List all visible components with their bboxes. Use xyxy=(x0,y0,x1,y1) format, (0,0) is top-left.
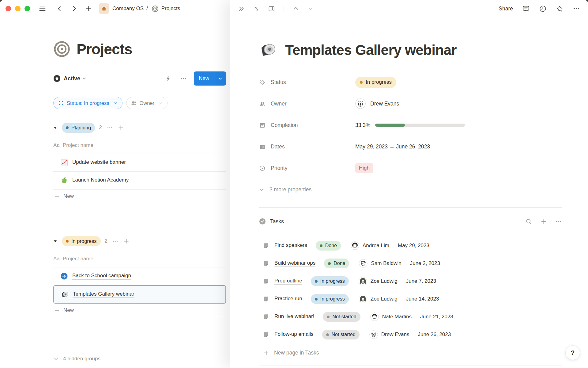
project-page-link[interactable]: Launch Notion Academy xyxy=(72,177,129,184)
bullseye-icon[interactable] xyxy=(53,40,70,58)
filter-chip-owner[interactable]: Owner xyxy=(126,97,168,109)
task-person[interactable]: Andrea Lim xyxy=(351,241,389,250)
task-person[interactable]: Zoe Ludwig xyxy=(359,277,398,286)
tasks-heading[interactable]: Tasks xyxy=(270,218,284,225)
side-peek-mode-icon[interactable] xyxy=(268,5,275,12)
table-row-selected[interactable]: Templates Gallery webinar xyxy=(53,285,226,304)
task-date[interactable]: May 29, 2023 xyxy=(398,243,429,249)
task-row[interactable]: Prep outlineIn progressZoe LudwigJune 7,… xyxy=(259,272,562,290)
filter-chip-owner-label[interactable]: Owner xyxy=(140,100,155,106)
group-add-plus-icon[interactable] xyxy=(118,125,124,131)
new-button-label[interactable]: New xyxy=(194,75,214,82)
table-header[interactable]: Aa Project name xyxy=(53,253,226,267)
group-add-plus-icon[interactable] xyxy=(123,238,130,244)
group-collapse-triangle-icon[interactable] xyxy=(53,239,57,243)
new-button-dropdown[interactable] xyxy=(214,76,226,81)
speaker-icon[interactable] xyxy=(259,41,277,59)
page-title[interactable]: Projects xyxy=(77,41,132,58)
task-date[interactable]: June 2, 2023 xyxy=(410,260,440,266)
task-status-tag[interactable]: In progress xyxy=(311,276,349,286)
task-row[interactable]: Find speakersDoneAndrea LimMay 29, 2023 xyxy=(259,237,562,255)
group-collapse-triangle-icon[interactable] xyxy=(53,126,57,130)
breadcrumb-workspace[interactable]: Company OS xyxy=(112,6,144,12)
priority-value-tag[interactable]: High xyxy=(355,163,373,173)
search-icon[interactable] xyxy=(525,218,532,225)
new-tab-button[interactable] xyxy=(85,5,92,12)
more-options-dots-icon[interactable] xyxy=(573,5,580,12)
task-person[interactable]: Drew Evans xyxy=(369,330,409,339)
owner-value[interactable]: Drew Evans xyxy=(355,98,399,109)
task-status-tag[interactable]: In progress xyxy=(311,294,349,304)
dates-value[interactable]: May 29, 2023 → June 26, 2023 xyxy=(355,144,430,150)
task-page-link[interactable]: Run live webinar! xyxy=(274,313,314,320)
task-date[interactable]: June 26, 2023 xyxy=(418,332,451,338)
task-date[interactable]: June 7, 2023 xyxy=(406,278,436,284)
project-page-link[interactable]: Back to School campaign xyxy=(72,273,131,280)
hidden-groups-toggle[interactable]: 4 hidden groups xyxy=(53,353,226,364)
task-status-tag[interactable]: Not started xyxy=(323,312,360,322)
zoom-button[interactable] xyxy=(24,6,30,11)
next-page-chevron-down-icon[interactable] xyxy=(307,5,314,12)
add-task-plus-icon[interactable] xyxy=(540,218,547,225)
tasks-options-dots-icon[interactable] xyxy=(555,218,562,225)
group-options-dots-icon[interactable] xyxy=(112,238,119,244)
project-page-link[interactable]: Update website banner xyxy=(72,159,126,166)
group-name-tag[interactable]: Planning xyxy=(62,123,95,133)
property-label-dates[interactable]: Dates xyxy=(259,144,355,150)
group-options-dots-icon[interactable] xyxy=(107,125,113,131)
peek-page-title[interactable]: Templates Gallery webinar xyxy=(285,42,457,58)
task-row[interactable]: Run live webinar!Not startedNate Martins… xyxy=(259,308,562,326)
status-value-tag[interactable]: In progress xyxy=(355,77,396,88)
comments-icon[interactable] xyxy=(522,5,530,13)
project-page-link[interactable]: Templates Gallery webinar xyxy=(73,291,134,298)
table-row[interactable]: Launch Notion Academy xyxy=(53,172,226,190)
filter-chip-status[interactable]: Status: In progress xyxy=(53,97,123,109)
new-row-button[interactable]: New xyxy=(53,190,226,203)
filter-chip-status-label[interactable]: Status: In progress xyxy=(67,100,109,106)
share-button[interactable]: Share xyxy=(499,6,513,12)
task-page-link[interactable]: Practice run xyxy=(274,296,302,303)
previous-page-chevron-up-icon[interactable] xyxy=(292,5,299,12)
task-person[interactable]: Nate Martins xyxy=(370,312,412,321)
more-properties-toggle[interactable]: 3 more properties xyxy=(259,183,562,196)
task-status-tag[interactable]: Done xyxy=(324,259,349,268)
task-page-link[interactable]: Build webinar ops xyxy=(274,260,315,267)
table-header[interactable]: Aa Project name xyxy=(53,140,226,154)
task-status-tag[interactable]: Not started xyxy=(322,330,360,339)
task-status-tag[interactable]: Done xyxy=(316,241,341,251)
expand-page-icon[interactable] xyxy=(253,5,260,12)
task-page-link[interactable]: Prep outline xyxy=(274,278,302,285)
property-label-status[interactable]: Status xyxy=(259,79,355,86)
property-label-owner[interactable]: Owner xyxy=(259,101,355,107)
view-tab-active[interactable]: Active xyxy=(64,75,80,82)
task-person[interactable]: Sam Baldwin xyxy=(359,259,401,268)
close-button[interactable] xyxy=(6,6,11,11)
forward-button[interactable] xyxy=(71,5,77,12)
task-date[interactable]: June 21, 2023 xyxy=(420,314,453,320)
task-page-link[interactable]: Find speakers xyxy=(274,242,307,249)
back-button[interactable] xyxy=(56,5,63,12)
updates-clock-icon[interactable] xyxy=(539,5,547,13)
property-label-completion[interactable]: Completion xyxy=(259,122,355,128)
breadcrumb-page[interactable]: Projects xyxy=(161,6,180,12)
home-breadcrumb-chip[interactable] xyxy=(99,3,109,14)
chevron-down-icon[interactable] xyxy=(82,76,87,81)
table-row[interactable]: Update website banner xyxy=(53,154,226,172)
task-page-link[interactable]: Follow-up emails xyxy=(274,331,314,338)
task-row[interactable]: Practice runIn progressZoe LudwigJune 14… xyxy=(259,290,562,308)
help-button[interactable]: ? xyxy=(565,345,580,360)
group-name-tag[interactable]: In progress xyxy=(62,236,101,246)
close-peek-double-chevron-icon[interactable] xyxy=(238,5,245,12)
task-person[interactable]: Zoe Ludwig xyxy=(359,295,398,303)
view-options-dots-icon[interactable] xyxy=(180,75,187,82)
task-date[interactable]: June 14, 2023 xyxy=(406,296,439,302)
table-row[interactable]: Back to School campaign xyxy=(53,267,226,285)
minimize-button[interactable] xyxy=(15,6,21,11)
automation-lightning-icon[interactable] xyxy=(165,75,172,82)
sidebar-menu-icon[interactable] xyxy=(39,5,46,13)
new-row-button[interactable]: New xyxy=(53,304,226,317)
new-page-in-tasks-button[interactable]: New page in Tasks xyxy=(259,346,562,359)
favorite-star-icon[interactable] xyxy=(556,5,564,13)
task-row[interactable]: Build webinar opsDoneSam BaldwinJune 2, … xyxy=(259,255,562,272)
new-button[interactable]: New xyxy=(194,71,226,86)
